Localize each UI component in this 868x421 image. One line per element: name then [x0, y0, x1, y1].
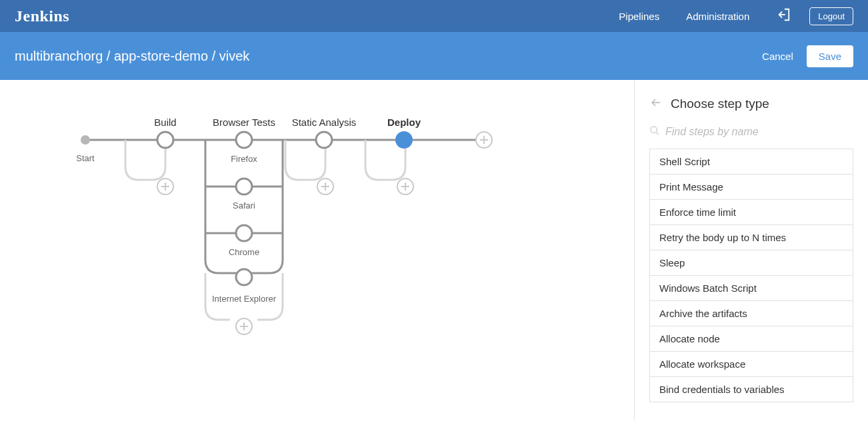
- add-parallel-build[interactable]: [157, 179, 173, 195]
- step-search-row: [649, 121, 853, 143]
- parallel-label-ie: Internet Explorer: [212, 294, 276, 304]
- pipeline-svg: [0, 80, 635, 421]
- stage-node-browser-tests[interactable]: [236, 132, 252, 148]
- subheader: multibranchorg / app-store-demo / vivek …: [0, 32, 868, 80]
- step-list: Shell Script Print Message Enforce time …: [649, 149, 853, 402]
- save-button[interactable]: Save: [807, 45, 853, 67]
- stage-node-deploy[interactable]: [395, 131, 413, 149]
- logo: Jenkins: [15, 7, 69, 25]
- step-search-input[interactable]: [665, 126, 853, 138]
- step-item-sleep[interactable]: Sleep: [649, 250, 853, 276]
- add-parallel-browser[interactable]: [236, 318, 252, 334]
- stage-label-build: Build: [154, 117, 176, 128]
- parallel-label-safari: Safari: [233, 201, 255, 210]
- pipeline-canvas: Start Build Browser Tests Static Analysi…: [0, 80, 635, 421]
- parallel-node-chrome[interactable]: [236, 225, 252, 241]
- back-arrow-icon[interactable]: [649, 96, 663, 112]
- panel-title: Choose step type: [671, 97, 769, 111]
- stage-label-browser-tests: Browser Tests: [213, 117, 275, 128]
- stage-label-deploy: Deploy: [387, 117, 421, 128]
- step-item-shell-script[interactable]: Shell Script: [649, 149, 853, 175]
- step-item-retry[interactable]: Retry the body up to N times: [649, 225, 853, 250]
- cancel-button[interactable]: Cancel: [762, 51, 793, 62]
- step-item-windows-batch[interactable]: Windows Batch Script: [649, 276, 853, 301]
- logout-button[interactable]: Logout: [809, 7, 853, 25]
- parallel-node-safari[interactable]: [236, 179, 252, 195]
- step-item-archive-artifacts[interactable]: Archive the artifacts: [649, 301, 853, 326]
- step-item-bind-credentials[interactable]: Bind credentials to variables: [649, 377, 853, 402]
- add-parallel-deploy[interactable]: [397, 179, 413, 195]
- breadcrumb: multibranchorg / app-store-demo / vivek: [15, 49, 249, 64]
- step-item-enforce-time-limit[interactable]: Enforce time limit: [649, 200, 853, 225]
- stage-node-static-analysis[interactable]: [316, 132, 332, 148]
- step-panel: Choose step type Shell Script Print Mess…: [635, 80, 868, 421]
- step-item-allocate-node[interactable]: Allocate node: [649, 326, 853, 352]
- add-stage-button[interactable]: [476, 132, 492, 148]
- topbar: Jenkins Pipelines Administration Logout: [0, 0, 868, 32]
- stage-node-build[interactable]: [157, 132, 173, 148]
- parallel-label-firefox: Firefox: [231, 154, 257, 164]
- start-node: [81, 135, 90, 145]
- step-item-allocate-workspace[interactable]: Allocate workspace: [649, 352, 853, 377]
- exit-icon[interactable]: [776, 7, 791, 25]
- stage-label-static-analysis: Static Analysis: [292, 117, 357, 128]
- nav-administration[interactable]: Administration: [686, 11, 749, 22]
- step-item-print-message[interactable]: Print Message: [649, 175, 853, 200]
- svg-point-5: [651, 127, 657, 133]
- nav-pipelines[interactable]: Pipelines: [619, 11, 659, 22]
- add-parallel-static[interactable]: [317, 179, 333, 195]
- parallel-label-chrome: Chrome: [229, 247, 259, 257]
- parallel-node-ie[interactable]: [236, 269, 252, 285]
- search-icon: [649, 125, 660, 139]
- start-label: Start: [76, 153, 94, 163]
